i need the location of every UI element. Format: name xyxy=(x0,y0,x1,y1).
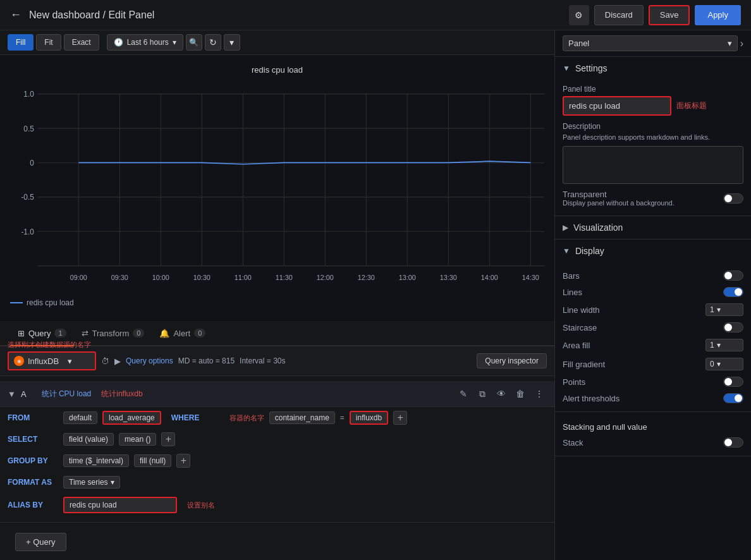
area-fill-dropdown-icon: ▾ xyxy=(717,341,721,350)
chart-container: 1.0 0.5 0 -0.5 -1.0 xyxy=(10,80,544,295)
chart-toolbar: Fill Fit Exact 🕐 Last 6 hours ▾ 🔍 ↻ ▾ xyxy=(0,30,554,55)
settings-header[interactable]: ▼ Settings xyxy=(555,57,751,80)
section-toggle-icon[interactable]: ▼ xyxy=(8,389,16,399)
visualization-toggle-icon: ▶ xyxy=(563,223,568,232)
apply-button[interactable]: Apply xyxy=(695,5,741,25)
stack-toggle[interactable] xyxy=(723,437,743,447)
measurement-tag[interactable]: load_average xyxy=(102,411,161,425)
back-button[interactable]: ← xyxy=(10,8,21,21)
zoom-out-button[interactable]: 🔍 xyxy=(186,34,202,51)
delete-query-button[interactable]: 🗑 xyxy=(513,386,528,401)
svg-text:10:30: 10:30 xyxy=(193,274,211,281)
format-as-select[interactable]: Time series ▾ xyxy=(63,476,120,489)
panel-type-label: Panel xyxy=(568,39,589,48)
transparent-toggle[interactable] xyxy=(723,193,743,204)
stack-label: Stack xyxy=(563,438,583,447)
time-series-label: Time series xyxy=(69,478,108,487)
tab-alert[interactable]: 🔔 Alert 0 xyxy=(152,321,213,346)
query-inspector-button[interactable]: Query inspector xyxy=(477,353,547,368)
influxdb-icon: ◉ xyxy=(14,356,24,366)
visualization-header[interactable]: ▶ Visualization xyxy=(555,216,751,239)
format-dropdown-icon: ▾ xyxy=(111,478,114,487)
exact-button[interactable]: Exact xyxy=(64,34,99,51)
select-row: SELECT field (value) mean () + xyxy=(0,429,554,450)
alias-by-input[interactable] xyxy=(63,497,177,513)
refresh-button[interactable]: ↻ xyxy=(205,34,221,51)
area-fill-label: Area fill xyxy=(563,341,590,350)
datasource-dropdown-icon: ▾ xyxy=(68,356,72,366)
settings-title: Settings xyxy=(575,63,608,73)
group-by-label: GROUP BY xyxy=(8,456,58,465)
query-builder: ▼ A 统计 CPU load 统计influxdb ✎ ⧉ 👁 🗑 ⋮ FRO… xyxy=(0,376,554,522)
query-options-button[interactable]: Query options xyxy=(126,356,173,365)
line-width-select[interactable]: 1 ▾ xyxy=(705,303,743,316)
add-group-button[interactable]: + xyxy=(176,454,190,468)
add-where-button[interactable]: + xyxy=(393,411,407,425)
transparent-sublabel: Display panel without a background. xyxy=(563,199,675,207)
default-tag[interactable]: default xyxy=(63,411,97,424)
display-toggle-icon: ▼ xyxy=(563,247,570,255)
container-field-tag[interactable]: container_name xyxy=(269,411,335,424)
container-value-tag[interactable]: influxdb xyxy=(350,411,388,425)
main-layout: Fill Fit Exact 🕐 Last 6 hours ▾ 🔍 ↻ ▾ re… xyxy=(0,30,751,560)
area-fill-row: Area fill 1 ▾ xyxy=(563,336,743,355)
bars-toggle[interactable] xyxy=(723,271,743,281)
description-hint: Panel description supports markdown and … xyxy=(563,133,743,141)
lines-toggle[interactable] xyxy=(723,287,743,297)
staircase-label: Staircase xyxy=(563,323,597,332)
fit-button[interactable]: Fit xyxy=(36,34,61,51)
panel-title-input[interactable] xyxy=(563,96,671,116)
settings-section: ▼ Settings Panel title 面板标题 Description … xyxy=(555,57,751,216)
save-button[interactable]: Save xyxy=(649,5,690,25)
add-select-button[interactable]: + xyxy=(161,432,175,446)
settings-body: Panel title 面板标题 Description Panel descr… xyxy=(555,80,751,216)
area-fill-select[interactable]: 1 ▾ xyxy=(705,339,743,351)
panel-title-label: Panel title xyxy=(563,85,743,94)
svg-text:12:30: 12:30 xyxy=(358,274,375,281)
settings-button[interactable]: ⚙ xyxy=(569,5,589,25)
toggle-query-button[interactable]: 👁 xyxy=(494,386,509,401)
query-section-header: ▼ A 统计 CPU load 统计influxdb ✎ ⧉ 👁 🗑 ⋮ xyxy=(0,381,554,407)
right-arrow-button[interactable]: › xyxy=(740,38,743,49)
copy-query-button[interactable]: ⧉ xyxy=(475,386,490,401)
visualization-section: ▶ Visualization xyxy=(555,216,751,240)
edit-query-button[interactable]: ✎ xyxy=(456,386,471,401)
time-range-picker[interactable]: 🕐 Last 6 hours ▾ xyxy=(107,34,183,51)
display-header[interactable]: ▼ Display xyxy=(555,240,751,262)
more-query-button[interactable]: ⋮ xyxy=(532,386,547,401)
query-interval-label: Interval = 30s xyxy=(240,356,285,365)
svg-text:1.0: 1.0 xyxy=(23,90,34,99)
fill-tag[interactable]: fill (null) xyxy=(134,454,171,467)
bars-row: Bars xyxy=(563,267,743,284)
discard-button[interactable]: Discard xyxy=(594,5,644,25)
legend-label: redis cpu load xyxy=(27,298,74,307)
mean-tag[interactable]: mean () xyxy=(119,433,156,446)
time-interval-tag[interactable]: time ($_interval) xyxy=(63,454,129,467)
alert-icon: 🔔 xyxy=(159,329,169,338)
datasource-selector[interactable]: ◉ InfluxDB ▾ xyxy=(8,351,96,370)
points-toggle[interactable] xyxy=(723,377,743,387)
fill-button[interactable]: Fill xyxy=(8,34,34,51)
field-value-tag[interactable]: field (value) xyxy=(63,433,114,446)
panel-type-selector[interactable]: Panel ▾ xyxy=(563,35,738,51)
format-as-row: FORMAT AS Time series ▾ xyxy=(0,472,554,493)
points-toggle-knob xyxy=(724,378,732,386)
more-options-button[interactable]: ▾ xyxy=(224,34,240,51)
chart-area: redis cpu load 1.0 0.5 0 -0.5 -1.0 xyxy=(0,55,554,321)
description-label: Description xyxy=(563,122,743,131)
bars-label: Bars xyxy=(563,271,580,281)
alias-hint: 设置别名 xyxy=(187,501,215,510)
transform-icon: ⇄ xyxy=(82,329,89,338)
group-by-row: GROUP BY time ($_interval) fill (null) + xyxy=(0,450,554,472)
add-query-button[interactable]: + Query xyxy=(15,533,66,551)
description-input[interactable] xyxy=(563,146,743,184)
stack-toggle-knob xyxy=(724,439,732,446)
staircase-toggle[interactable] xyxy=(723,322,743,332)
fill-gradient-select[interactable]: 0 ▾ xyxy=(705,358,743,370)
display-section: ▼ Display Bars Lines xyxy=(555,240,751,412)
query-tab-badge: 1 xyxy=(54,329,66,338)
left-panel: Fill Fit Exact 🕐 Last 6 hours ▾ 🔍 ↻ ▾ re… xyxy=(0,30,555,560)
svg-text:0: 0 xyxy=(30,159,34,167)
svg-text:13:30: 13:30 xyxy=(440,274,457,281)
alert-thresholds-toggle[interactable] xyxy=(723,393,743,403)
